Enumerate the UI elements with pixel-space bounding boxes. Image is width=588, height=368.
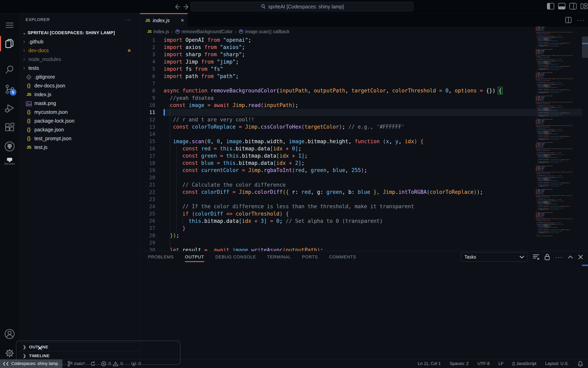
lock-icon[interactable] (544, 254, 550, 260)
explorer-sidebar: EXPLORER ··· ⌄SPRITEAI [CODESPACES: SHIN… (19, 13, 140, 359)
code-line[interactable]: 5import fs from "fs" (140, 65, 588, 73)
code-line[interactable]: 19const currentColor = Jimp.rgbaToInt(re… (140, 167, 588, 174)
tree-item-test_prompt.json[interactable]: {}test_prompt.json (19, 134, 140, 143)
tree-item-node_modules[interactable]: ›node_modules (19, 55, 140, 64)
tree-item-dev-docs.json[interactable]: {}dev-docs.json (19, 81, 140, 90)
code-line[interactable]: 17const green = this.bitmap.data[idx + 1… (140, 152, 588, 159)
problems-status[interactable]: 0 0 (101, 361, 123, 366)
code-line[interactable]: 8async function removeBackgroundColor(in… (140, 87, 588, 94)
tree-root[interactable]: ⌄SPRITEAI [CODESPACES: SHINY LAMP] (19, 28, 140, 37)
code-line[interactable]: 25if (colorDiff <= colorThreshold) { (140, 210, 588, 217)
panel-more-actions-icon[interactable]: ··· (555, 254, 563, 260)
forward-icon[interactable] (182, 3, 190, 11)
sidebar-section-timeline[interactable]: ❯ TIMELINE (19, 351, 140, 360)
remote-indicator[interactable]: Codespaces: shiny lamp (0, 359, 62, 368)
close-tab-icon[interactable]: × (181, 17, 184, 24)
code-line[interactable]: 26this.bitmap.data[idx + 3] = 0; // Set … (140, 217, 588, 225)
tree-item-dev-docs[interactable]: ›dev-docs (19, 46, 140, 55)
sidebar-item-source-control[interactable]: 5 (0, 80, 19, 98)
code-line[interactable]: 6import path from "path"; (140, 73, 588, 80)
clear-output-icon[interactable] (533, 254, 539, 260)
sync-status[interactable] (90, 361, 96, 367)
sidebar-item-explorer[interactable] (0, 35, 19, 52)
explorer-more-icon[interactable]: ··· (125, 17, 132, 23)
code-line[interactable]: 27} (140, 225, 588, 232)
sidebar-item-extensions[interactable] (0, 119, 19, 136)
code-line[interactable]: 12// r and t are very cool!! (140, 116, 588, 123)
code-line[interactable]: 7 (140, 80, 588, 87)
code-line[interactable]: 2import axios from "axios"; (140, 44, 588, 51)
back-icon[interactable] (173, 3, 181, 11)
code-line[interactable]: 22const colorDiff = Jimp.colorDiff({ r: … (140, 188, 588, 196)
sidebar-item-devdocs[interactable]: Dev-Docs (0, 158, 19, 165)
code-line[interactable]: 18const blue = this.bitmap.data[idx + 2]… (140, 159, 588, 167)
panel-tab-ports[interactable]: PORTS (302, 251, 318, 263)
code-line[interactable]: 13const colorToReplace = Jimp.cssColorTo… (140, 123, 588, 130)
tree-item-mask.png[interactable]: mask.png (19, 99, 140, 108)
minimap[interactable]: import OpenAI from "openai";import axios… (536, 26, 582, 242)
panel-tab-comments[interactable]: COMMENTS (329, 251, 356, 263)
output-channel-select[interactable]: Tasks (461, 252, 528, 262)
tree-item-mycustom.json[interactable]: {}mycustom.json (19, 108, 140, 116)
code-line[interactable]: 1import OpenAI from "openai"; (140, 37, 588, 44)
language-mode[interactable]: {}JavaScript (512, 361, 536, 366)
panel-tab-debug-console[interactable]: DEBUG CONSOLE (215, 251, 256, 263)
tab-index-js[interactable]: JS index.js × (140, 13, 188, 27)
code-line[interactable]: 28}); (140, 232, 588, 239)
command-center-search[interactable]: spriteAI [Codespaces: shiny lamp] (191, 2, 413, 11)
tree-item-tests[interactable]: ›tests (19, 64, 140, 72)
sidebar-item-github[interactable] (0, 138, 19, 155)
panel-tab-problems[interactable]: PROBLEMS (148, 251, 174, 263)
code-line[interactable]: 11 (140, 109, 588, 116)
tree-item-.gitignore[interactable]: .gitignore (19, 72, 140, 81)
panel-tab-output[interactable]: OUTPUT (185, 251, 204, 263)
cursor-position[interactable]: Ln 11, Col 1 (418, 361, 441, 366)
timeline-label: TIMELINE (29, 353, 50, 358)
json-file-icon: {} (25, 109, 33, 115)
code-editor[interactable]: 1import OpenAI from "openai";2import axi… (140, 37, 588, 251)
code-line[interactable]: 30let result = await image.writeAsync(ou… (140, 246, 588, 251)
editor-more-actions-icon[interactable]: ··· (577, 17, 585, 23)
tree-item-package-lock.json[interactable]: {}package-lock.json (19, 116, 140, 125)
code-line[interactable]: 21// Calculate the color difference (140, 181, 588, 188)
code-line[interactable]: 16const red = this.bitmap.data[idx + 0]; (140, 145, 588, 152)
branch-status[interactable]: main* (68, 361, 85, 367)
toggle-secondary-sidebar-icon[interactable] (569, 3, 577, 9)
split-editor-icon[interactable] (565, 17, 572, 23)
encoding[interactable]: UTF-8 (478, 361, 490, 366)
account-icon[interactable] (0, 325, 19, 343)
code-line[interactable]: 10const image = await Jimp.read(inputPat… (140, 101, 588, 109)
code-line[interactable]: 14 (140, 130, 588, 138)
notifications-bell-icon[interactable] (578, 361, 583, 367)
toggle-panel-icon[interactable] (558, 3, 566, 9)
code-line[interactable]: 3import sharp from "sharp"; (140, 51, 588, 58)
code-line[interactable]: 4import Jimp from "jimp"; (140, 58, 588, 65)
panel-tab-terminal[interactable]: TERMINAL (267, 251, 291, 263)
breadcrumb-item[interactable]: image.scan() callback (239, 29, 289, 34)
code-line[interactable]: 15image.scan(0, 0, image.bitmap.width, i… (140, 138, 588, 145)
keyboard-layout[interactable]: Layout: U.S. (545, 361, 569, 366)
close-panel-icon[interactable] (578, 254, 583, 260)
ports-status[interactable]: 0 (131, 361, 141, 367)
breadcrumb-item[interactable]: JSindex.js (140, 29, 169, 34)
sidebar-item-run-debug[interactable] (0, 100, 19, 117)
tree-item-test.js[interactable]: JStest.js (19, 143, 140, 152)
code-line[interactable]: 29 (140, 239, 588, 246)
customize-layout-icon[interactable] (580, 3, 588, 9)
scrollbar-thumb[interactable] (582, 37, 588, 58)
code-line[interactable]: 24// If the color difference is less tha… (140, 203, 588, 210)
tree-item-package.json[interactable]: {}package.json (19, 125, 140, 134)
breadcrumb-item[interactable]: removeBackgroundColor (175, 29, 232, 34)
editor-scrollbar[interactable] (582, 26, 588, 251)
tree-item-.github[interactable]: ›.github (19, 37, 140, 46)
toggle-sidebar-icon[interactable] (547, 3, 554, 9)
indentation[interactable]: Spaces: 2 (450, 361, 469, 366)
code-line[interactable]: 20 (140, 174, 588, 181)
menu-icon[interactable] (0, 16, 19, 34)
eol-sequence[interactable]: LF (498, 361, 503, 366)
sidebar-item-search[interactable] (0, 61, 19, 78)
tree-item-index.js[interactable]: JSindex.js (19, 90, 140, 99)
code-line[interactable]: 9//yeah fdsatea (140, 94, 588, 101)
code-line[interactable]: 23 (140, 196, 588, 203)
maximize-panel-icon[interactable] (568, 255, 573, 259)
